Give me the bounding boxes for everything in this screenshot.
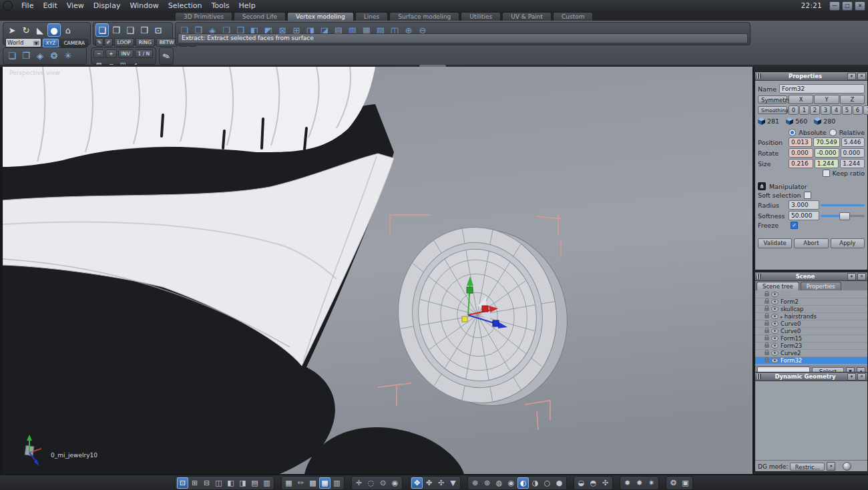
tab-surface-modeling[interactable]: Surface modeling [389, 12, 459, 21]
drop-manipulator-icon[interactable]: ▼ [447, 477, 459, 489]
orbit-view-icon[interactable]: ◌ [365, 477, 377, 489]
paint-select-tool-icon[interactable]: ● [47, 23, 61, 37]
star-tool-icon[interactable]: ✳ [61, 49, 75, 62]
position-x-field[interactable]: 0.013 [789, 138, 812, 147]
maximize-button[interactable]: □ [842, 1, 853, 11]
universal-manipulator-icon[interactable]: ✥ [411, 477, 423, 489]
render-icon[interactable]: ❂ [668, 477, 679, 489]
tab-utilities[interactable]: Utilities [461, 12, 501, 21]
ghost-shade-mode-icon[interactable]: ○ [541, 477, 553, 489]
scene-item-g3f[interactable]: G3F [755, 291, 867, 298]
lock-icon[interactable] [765, 293, 769, 296]
minimize-button[interactable]: — [829, 1, 840, 11]
lock-icon[interactable] [765, 352, 769, 355]
visibility-icon[interactable] [771, 306, 779, 312]
textured-mode-icon[interactable]: ◐ [517, 477, 529, 489]
visibility-icon[interactable] [771, 343, 779, 348]
scene-item-form23[interactable]: Form23 [755, 342, 867, 350]
viewport-canvas[interactable]: Perspective view 0_mi_jewelry10 [3, 67, 752, 474]
visibility-icon[interactable] [771, 328, 779, 334]
dg-panel-header[interactable]: Dynamic Geometry ▾ ✕ [755, 373, 867, 381]
relative-radio[interactable] [829, 129, 837, 136]
freehand-stroke-icon[interactable]: ✎ [158, 47, 175, 65]
softness-field[interactable]: 50.000 [789, 211, 819, 220]
light-3-icon[interactable]: ✷ [646, 477, 657, 489]
visibility-icon[interactable] [771, 358, 779, 363]
menu-item[interactable]: Help [234, 1, 260, 10]
tab-scene-properties[interactable]: Properties [801, 282, 841, 290]
rotate-z-field[interactable]: 0.000 [841, 148, 865, 158]
smoothing-level-button[interactable]: 6 [853, 105, 863, 115]
keep-ratio-checkbox[interactable] [823, 170, 830, 177]
menu-item[interactable]: Display [89, 1, 126, 10]
rotate-y-field[interactable]: -0.000 [815, 148, 839, 158]
panel-grip[interactable] [757, 374, 761, 379]
flat-shade-mode-icon[interactable]: ◑ [529, 477, 541, 489]
tab-3d-primitives[interactable]: 3D Primitives [175, 12, 232, 21]
blue-grid-icon[interactable]: ▦ [319, 477, 331, 489]
tab-second-life[interactable]: Second Life [234, 12, 286, 21]
visibility-icon[interactable] [771, 350, 779, 356]
tab-custom[interactable]: Custom [553, 12, 593, 21]
draw-select-pen-alt-icon[interactable]: ✐ [104, 38, 112, 47]
camera-space-button[interactable]: CAMERA [60, 39, 88, 47]
increase-button[interactable]: + [105, 49, 116, 58]
smoothing-level-button[interactable]: 5 [842, 105, 852, 115]
smoothing-level-button[interactable]: 2 [810, 105, 820, 115]
layout-top-split-icon[interactable]: ◫ [213, 477, 224, 489]
close-panel-button[interactable]: ✕ [857, 73, 866, 80]
tab-scene-tree[interactable]: Scene tree [756, 282, 799, 290]
size-z-field[interactable]: 1.244 [840, 159, 865, 168]
smoothing-level-button[interactable]: 3 [821, 105, 831, 115]
visibility-icon[interactable] [771, 314, 779, 319]
lock-icon[interactable] [765, 315, 769, 318]
radius-field[interactable]: 3.000 [789, 200, 819, 210]
vertex-mode-icon[interactable]: ❏ [95, 23, 109, 37]
close-panel-button[interactable]: ✕ [857, 373, 866, 381]
close-button[interactable]: ✕ [855, 1, 865, 11]
visibility-icon[interactable] [771, 299, 779, 304]
validate-button[interactable]: Validate [758, 238, 792, 248]
menu-item[interactable]: Window [125, 1, 163, 10]
move-manipulator-icon[interactable]: ✤ [423, 477, 435, 489]
layout-cols-icon[interactable]: ▥ [261, 477, 272, 489]
layout-left-split-icon[interactable]: ◧ [225, 477, 236, 489]
slider-handle[interactable] [839, 212, 850, 220]
menu-item[interactable]: Tools [206, 1, 234, 10]
hidden-wire-mode-icon[interactable]: ⊛ [481, 477, 493, 489]
absolute-radio[interactable] [789, 129, 796, 136]
lock-icon[interactable] [765, 330, 769, 333]
panel-grip[interactable] [757, 274, 761, 279]
smoothing-level-button[interactable]: 4 [831, 105, 841, 115]
chevron-down-icon[interactable]: ▾ [827, 462, 835, 471]
eye-view-icon[interactable]: ◉ [389, 477, 401, 489]
panel-grip[interactable] [757, 73, 761, 79]
visibility-icon[interactable] [771, 321, 779, 326]
smoothing-button[interactable]: Smoothing [758, 106, 787, 114]
smooth-brush-icon[interactable]: ❏ [5, 49, 19, 62]
close-panel-button[interactable]: ✕ [857, 273, 866, 280]
lock-icon[interactable] [765, 337, 769, 340]
freeze-checkbox[interactable]: ✓ [791, 222, 798, 229]
rotate-x-field[interactable]: 0.000 [789, 148, 813, 158]
lock-icon[interactable] [765, 344, 769, 348]
inflate-brush-icon[interactable]: ◈ [33, 49, 47, 62]
scene-item-skullcap[interactable]: skullcap [755, 306, 867, 313]
tab-vertex-modeling[interactable]: Vertex modeling [287, 12, 354, 21]
camera-icon[interactable]: ▣ [680, 477, 691, 489]
position-z-field[interactable]: 5.446 [841, 138, 865, 147]
ring-select-button[interactable]: RING [136, 38, 155, 47]
fit-view-icon[interactable]: ✛ [353, 477, 365, 489]
grid-settings-icon[interactable]: ▦ [283, 477, 294, 489]
properties-panel-header[interactable]: Properties ▾ ✕ [755, 72, 867, 81]
smoothing-level-button[interactable]: 7 [863, 105, 868, 115]
visibility-icon[interactable] [771, 292, 779, 297]
smooth-shade-mode-icon[interactable]: ◍ [493, 477, 505, 489]
abort-button[interactable]: Abort [794, 238, 828, 248]
smoothing-level-button[interactable]: 1 [799, 105, 809, 115]
scene-item-curve0[interactable]: Curve0 [755, 320, 867, 328]
shaded-wire-mode-icon[interactable]: ◉ [505, 477, 517, 489]
scene-item-hairstrands[interactable]: hairstrands [755, 313, 867, 320]
wireframe-mode-icon[interactable]: ⊕ [469, 477, 481, 489]
brush-display-icon[interactable]: ✏ [295, 477, 306, 489]
